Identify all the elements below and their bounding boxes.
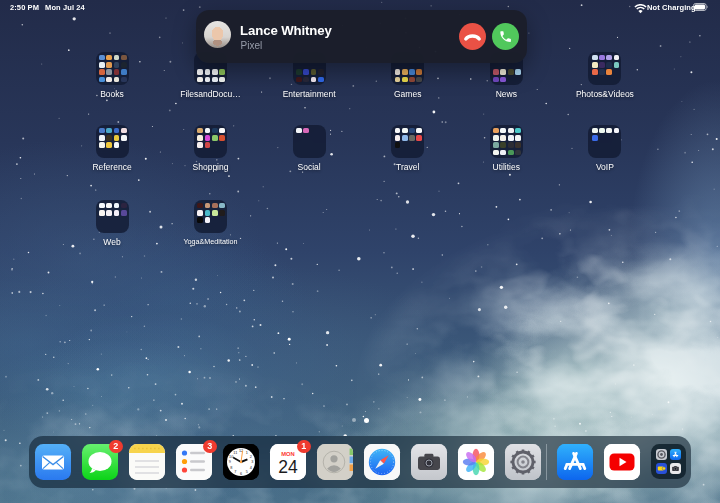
svg-text:MON: MON [281, 451, 295, 457]
svg-text:11: 11 [233, 451, 237, 455]
svg-text:8: 8 [230, 466, 232, 470]
svg-text:10: 10 [229, 455, 233, 459]
svg-text:4: 4 [250, 466, 252, 470]
svg-text:3: 3 [251, 461, 253, 465]
svg-text:9: 9 [229, 461, 231, 465]
svg-text:7: 7 [234, 470, 236, 474]
svg-text:1: 1 [246, 451, 248, 455]
svg-text:5: 5 [246, 470, 248, 474]
svg-text:24: 24 [278, 458, 298, 478]
svg-text:6: 6 [240, 472, 242, 476]
svg-text:2: 2 [250, 455, 252, 459]
